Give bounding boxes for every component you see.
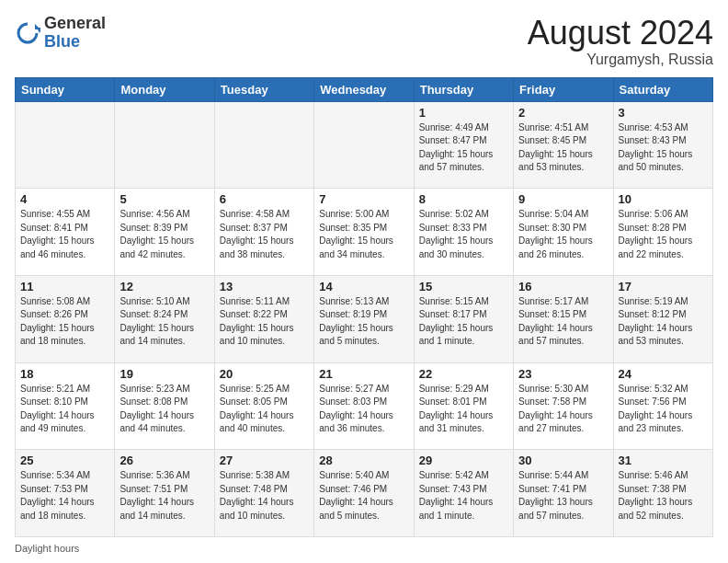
day-number: 19 (119, 367, 209, 381)
day-info: Sunrise: 5:23 AMSunset: 8:08 PMDaylight:… (119, 383, 209, 436)
day-number: 31 (619, 454, 708, 467)
day-info: Sunrise: 5:04 AMSunset: 8:30 PMDaylight:… (518, 208, 608, 261)
header: General Blue August 2024 Yurgamysh, Russ… (15, 15, 713, 68)
day-cell: 30Sunrise: 5:44 AMSunset: 7:41 PMDayligh… (514, 450, 613, 537)
footer: Daylight hours (15, 543, 713, 554)
day-info: Sunrise: 5:34 AMSunset: 7:53 PMDaylight:… (20, 469, 109, 523)
day-info: Sunrise: 5:10 AMSunset: 8:24 PMDaylight:… (119, 295, 209, 349)
day-info: Sunrise: 4:53 AMSunset: 8:43 PMDaylight:… (619, 121, 708, 175)
day-number: 11 (20, 280, 109, 293)
day-cell: 23Sunrise: 5:30 AMSunset: 7:58 PMDayligh… (514, 362, 613, 450)
day-cell: 7Sunrise: 5:00 AMSunset: 8:35 PMDaylight… (314, 189, 414, 276)
logo-icon (15, 20, 40, 46)
day-cell: 9Sunrise: 5:04 AMSunset: 8:30 PMDaylight… (514, 189, 613, 276)
day-number: 1 (419, 106, 508, 120)
day-number: 9 (518, 192, 608, 206)
day-number: 18 (20, 367, 109, 381)
day-number: 14 (319, 280, 408, 293)
day-info: Sunrise: 4:55 AMSunset: 8:41 PMDaylight:… (20, 208, 109, 261)
day-info: Sunrise: 5:42 AMSunset: 7:43 PMDaylight:… (419, 469, 508, 523)
day-info: Sunrise: 4:51 AMSunset: 8:45 PMDaylight:… (518, 121, 608, 175)
day-cell: 19Sunrise: 5:23 AMSunset: 8:08 PMDayligh… (115, 362, 214, 450)
week-row-1: 1Sunrise: 4:49 AMSunset: 8:47 PMDaylight… (16, 101, 713, 189)
month-title: August 2024 (528, 15, 713, 52)
day-cell: 3Sunrise: 4:53 AMSunset: 8:43 PMDaylight… (613, 101, 712, 189)
day-cell: 15Sunrise: 5:15 AMSunset: 8:17 PMDayligh… (414, 275, 513, 362)
day-cell (214, 101, 313, 189)
week-row-2: 4Sunrise: 4:55 AMSunset: 8:41 PMDaylight… (16, 189, 713, 276)
day-cell: 11Sunrise: 5:08 AMSunset: 8:26 PMDayligh… (16, 275, 115, 362)
day-info: Sunrise: 5:15 AMSunset: 8:17 PMDaylight:… (419, 295, 508, 349)
day-number: 21 (319, 367, 408, 381)
day-info: Sunrise: 5:25 AMSunset: 8:05 PMDaylight:… (220, 383, 309, 436)
col-wednesday: Wednesday (314, 77, 414, 101)
day-info: Sunrise: 5:19 AMSunset: 8:12 PMDaylight:… (619, 295, 708, 349)
col-saturday: Saturday (613, 77, 712, 101)
week-row-5: 25Sunrise: 5:34 AMSunset: 7:53 PMDayligh… (16, 450, 713, 537)
day-info: Sunrise: 5:00 AMSunset: 8:35 PMDaylight:… (319, 208, 408, 261)
day-number: 28 (319, 454, 408, 467)
day-number: 10 (619, 192, 708, 206)
day-number: 13 (220, 280, 309, 293)
day-cell: 31Sunrise: 5:46 AMSunset: 7:38 PMDayligh… (613, 450, 712, 537)
day-cell (115, 101, 214, 189)
week-row-3: 11Sunrise: 5:08 AMSunset: 8:26 PMDayligh… (16, 275, 713, 362)
day-cell: 18Sunrise: 5:21 AMSunset: 8:10 PMDayligh… (16, 362, 115, 450)
logo-general: General (44, 14, 106, 32)
col-tuesday: Tuesday (214, 77, 313, 101)
day-cell: 29Sunrise: 5:42 AMSunset: 7:43 PMDayligh… (414, 450, 513, 537)
day-cell: 24Sunrise: 5:32 AMSunset: 7:56 PMDayligh… (613, 362, 712, 450)
day-number: 2 (518, 106, 608, 120)
header-row: Sunday Monday Tuesday Wednesday Thursday… (16, 77, 713, 101)
day-number: 12 (119, 280, 209, 293)
page: General Blue August 2024 Yurgamysh, Russ… (0, 0, 728, 563)
col-monday: Monday (115, 77, 214, 101)
day-number: 22 (419, 367, 508, 381)
day-number: 5 (119, 192, 209, 206)
day-info: Sunrise: 5:30 AMSunset: 7:58 PMDaylight:… (518, 383, 608, 436)
day-info: Sunrise: 5:11 AMSunset: 8:22 PMDaylight:… (220, 295, 309, 349)
week-row-4: 18Sunrise: 5:21 AMSunset: 8:10 PMDayligh… (16, 362, 713, 450)
col-sunday: Sunday (16, 77, 115, 101)
day-number: 6 (220, 192, 309, 206)
day-cell (16, 101, 115, 189)
day-cell: 1Sunrise: 4:49 AMSunset: 8:47 PMDaylight… (414, 101, 513, 189)
day-info: Sunrise: 5:32 AMSunset: 7:56 PMDaylight:… (619, 383, 708, 436)
day-number: 8 (419, 192, 508, 206)
day-cell: 20Sunrise: 5:25 AMSunset: 8:05 PMDayligh… (214, 362, 313, 450)
day-info: Sunrise: 5:08 AMSunset: 8:26 PMDaylight:… (20, 295, 109, 349)
day-info: Sunrise: 4:49 AMSunset: 8:47 PMDaylight:… (419, 121, 508, 175)
day-cell: 8Sunrise: 5:02 AMSunset: 8:33 PMDaylight… (414, 189, 513, 276)
day-number: 24 (619, 367, 708, 381)
day-info: Sunrise: 4:56 AMSunset: 8:39 PMDaylight:… (119, 208, 209, 261)
day-info: Sunrise: 5:36 AMSunset: 7:51 PMDaylight:… (119, 469, 209, 523)
logo-text: General Blue (44, 15, 106, 52)
day-cell: 13Sunrise: 5:11 AMSunset: 8:22 PMDayligh… (214, 275, 313, 362)
day-info: Sunrise: 5:29 AMSunset: 8:01 PMDaylight:… (419, 383, 508, 436)
day-number: 7 (319, 192, 408, 206)
day-info: Sunrise: 5:06 AMSunset: 8:28 PMDaylight:… (619, 208, 708, 261)
day-number: 16 (518, 280, 608, 293)
day-number: 20 (220, 367, 309, 381)
day-number: 17 (619, 280, 708, 293)
day-info: Sunrise: 5:13 AMSunset: 8:19 PMDaylight:… (319, 295, 408, 349)
day-info: Sunrise: 5:38 AMSunset: 7:48 PMDaylight:… (220, 469, 309, 523)
day-cell: 27Sunrise: 5:38 AMSunset: 7:48 PMDayligh… (214, 450, 313, 537)
day-cell: 17Sunrise: 5:19 AMSunset: 8:12 PMDayligh… (613, 275, 712, 362)
day-cell: 25Sunrise: 5:34 AMSunset: 7:53 PMDayligh… (16, 450, 115, 537)
day-number: 23 (518, 367, 608, 381)
day-cell: 4Sunrise: 4:55 AMSunset: 8:41 PMDaylight… (16, 189, 115, 276)
day-number: 25 (20, 454, 109, 467)
day-cell: 12Sunrise: 5:10 AMSunset: 8:24 PMDayligh… (115, 275, 214, 362)
day-cell: 21Sunrise: 5:27 AMSunset: 8:03 PMDayligh… (314, 362, 414, 450)
day-cell: 14Sunrise: 5:13 AMSunset: 8:19 PMDayligh… (314, 275, 414, 362)
day-cell: 2Sunrise: 4:51 AMSunset: 8:45 PMDaylight… (514, 101, 613, 189)
day-cell (314, 101, 414, 189)
day-number: 4 (20, 192, 109, 206)
col-thursday: Thursday (414, 77, 513, 101)
location: Yurgamysh, Russia (528, 52, 713, 68)
day-cell: 6Sunrise: 4:58 AMSunset: 8:37 PMDaylight… (214, 189, 313, 276)
day-info: Sunrise: 5:46 AMSunset: 7:38 PMDaylight:… (619, 469, 708, 523)
day-info: Sunrise: 5:40 AMSunset: 7:46 PMDaylight:… (319, 469, 408, 523)
day-info: Sunrise: 5:21 AMSunset: 8:10 PMDaylight:… (20, 383, 109, 436)
